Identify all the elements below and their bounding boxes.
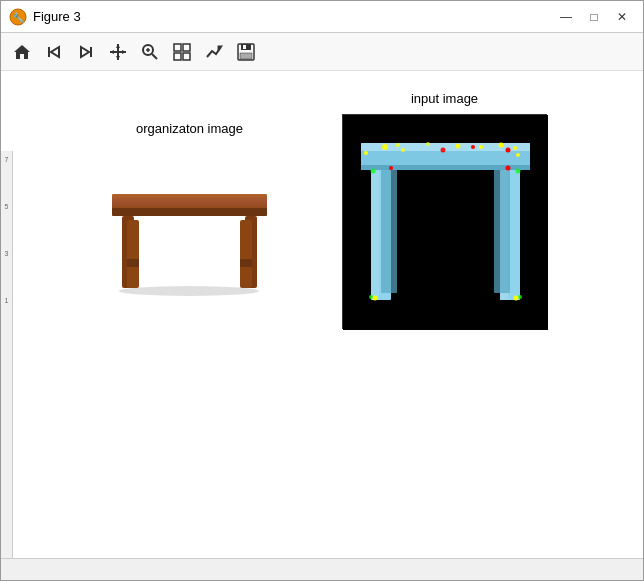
zoom-button[interactable]	[135, 37, 165, 67]
svg-point-54	[441, 148, 446, 153]
figures-container: organizaton image	[1, 71, 643, 558]
svg-rect-17	[174, 44, 181, 51]
maximize-button[interactable]: □	[581, 5, 607, 29]
content-area: 7 5 3 1 organizaton image	[1, 71, 643, 558]
zoom-icon	[141, 43, 159, 61]
window-title: Figure 3	[33, 9, 553, 24]
save-button[interactable]	[231, 37, 261, 67]
svg-rect-35	[240, 259, 252, 267]
svg-point-63	[516, 169, 521, 174]
svg-point-60	[516, 153, 520, 157]
svg-marker-10	[116, 56, 120, 60]
maximize-icon: □	[590, 10, 597, 24]
input-table-svg	[343, 115, 548, 330]
svg-point-59	[401, 148, 405, 152]
svg-rect-42	[371, 170, 379, 300]
svg-point-66	[373, 296, 378, 301]
svg-point-58	[506, 166, 511, 171]
trend-icon	[205, 43, 223, 61]
svg-rect-25	[240, 53, 252, 59]
svg-marker-2	[14, 45, 30, 59]
minimize-button[interactable]: —	[553, 5, 579, 29]
svg-line-14	[152, 54, 157, 59]
trend-button[interactable]	[199, 37, 229, 67]
close-icon: ✕	[617, 10, 627, 24]
forward-button[interactable]	[71, 37, 101, 67]
input-figure: input image	[342, 91, 547, 329]
input-table-image	[342, 114, 547, 329]
svg-rect-33	[240, 220, 252, 288]
svg-point-36	[119, 286, 259, 296]
home-icon	[13, 43, 31, 61]
svg-point-67	[514, 296, 519, 301]
svg-point-53	[426, 142, 430, 146]
pan-button[interactable]	[103, 37, 133, 67]
configure-icon	[173, 43, 191, 61]
main-window: 🔧 Figure 3 — □ ✕	[0, 0, 644, 581]
svg-point-56	[506, 148, 511, 153]
title-bar: 🔧 Figure 3 — □ ✕	[1, 1, 643, 33]
svg-rect-46	[494, 168, 510, 293]
org-label: organizaton image	[136, 121, 243, 136]
svg-rect-34	[127, 259, 139, 267]
svg-rect-29	[112, 208, 267, 216]
forward-icon	[77, 43, 95, 61]
svg-point-62	[371, 169, 376, 174]
svg-point-49	[456, 144, 461, 149]
svg-marker-9	[116, 44, 120, 48]
svg-point-48	[396, 143, 400, 147]
org-figure: organizaton image	[97, 121, 282, 304]
app-icon: 🔧	[9, 8, 27, 26]
window-controls: — □ ✕	[553, 5, 635, 29]
svg-point-55	[471, 145, 475, 149]
back-button[interactable]	[39, 37, 69, 67]
svg-point-47	[382, 144, 388, 150]
home-button[interactable]	[7, 37, 37, 67]
svg-point-51	[499, 143, 504, 148]
input-label: input image	[411, 91, 478, 106]
svg-rect-28	[112, 194, 267, 200]
toolbar	[1, 33, 643, 71]
svg-point-61	[364, 151, 368, 155]
svg-point-65	[518, 295, 522, 299]
svg-marker-3	[51, 47, 59, 57]
back-icon	[45, 43, 63, 61]
svg-rect-20	[183, 53, 190, 60]
svg-marker-12	[122, 50, 126, 54]
svg-rect-32	[127, 220, 139, 288]
svg-text:🔧: 🔧	[12, 11, 25, 24]
org-table-svg	[97, 164, 282, 304]
svg-rect-19	[174, 53, 181, 60]
pan-icon	[109, 43, 127, 61]
svg-marker-11	[110, 50, 114, 54]
svg-point-52	[513, 146, 517, 150]
svg-marker-5	[81, 47, 89, 57]
close-button[interactable]: ✕	[609, 5, 635, 29]
org-table-image	[97, 164, 282, 304]
svg-rect-18	[183, 44, 190, 51]
svg-point-64	[369, 295, 373, 299]
svg-point-50	[479, 145, 483, 149]
svg-rect-45	[381, 168, 397, 293]
svg-point-57	[389, 166, 393, 170]
svg-rect-24	[243, 45, 246, 49]
status-bar	[1, 558, 643, 580]
minimize-icon: —	[560, 10, 572, 24]
configure-button[interactable]	[167, 37, 197, 67]
save-icon	[237, 43, 255, 61]
